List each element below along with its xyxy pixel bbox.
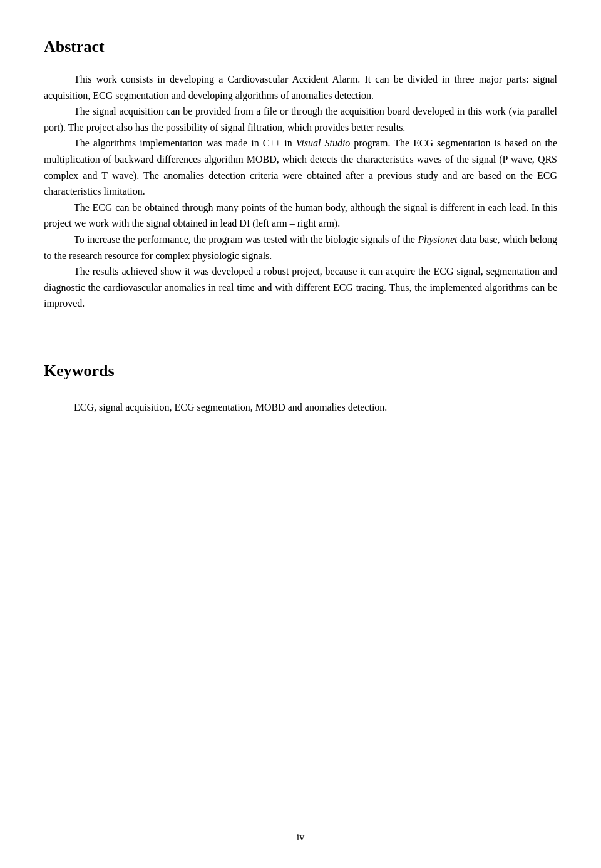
keywords-title: Keywords	[44, 362, 557, 380]
abstract-paragraph-2: The signal acquisition can be provided f…	[44, 103, 557, 135]
abstract-paragraph-5: To increase the performance, the program…	[44, 232, 557, 263]
keywords-text: ECG, signal acquisition, ECG segmentatio…	[44, 399, 557, 416]
abstract-title: Abstract	[44, 38, 557, 56]
abstract-body: This work consists in developing a Cardi…	[44, 71, 557, 312]
page-number: iv	[0, 832, 601, 843]
abstract-paragraph-4: The ECG can be obtained through many poi…	[44, 200, 557, 232]
abstract-paragraph-6: The results achieved show it was develop…	[44, 263, 557, 312]
abstract-paragraph-1: This work consists in developing a Cardi…	[44, 71, 557, 103]
page: Abstract This work consists in developin…	[0, 0, 601, 868]
keywords-section: Keywords ECG, signal acquisition, ECG se…	[44, 362, 557, 416]
abstract-paragraph-3: The algorithms implementation was made i…	[44, 135, 557, 199]
